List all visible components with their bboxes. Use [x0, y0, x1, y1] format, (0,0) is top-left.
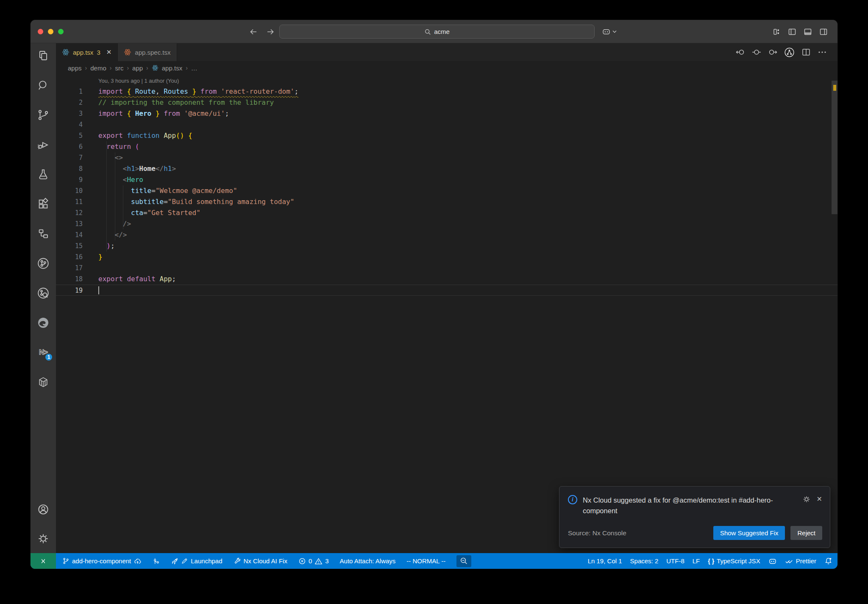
language-mode-status[interactable]: { } TypeScript JSX: [708, 557, 760, 565]
code-line[interactable]: 7 <>: [56, 152, 837, 163]
code-line[interactable]: 15 );: [56, 240, 837, 252]
indentation-status[interactable]: Spaces: 2: [630, 557, 659, 565]
breadcrumb-item[interactable]: app: [132, 64, 143, 72]
close-tab-icon[interactable]: ✕: [106, 48, 112, 56]
editor-group: app.tsx 3 ✕ app.spec.tsx: [56, 43, 837, 553]
gitlens-icon[interactable]: [33, 254, 53, 273]
line-number: 18: [56, 274, 83, 285]
run-debug-icon[interactable]: [33, 135, 53, 154]
open-changes-icon[interactable]: [751, 47, 762, 57]
errors-icon: [298, 557, 306, 565]
toggle-secondary-sidebar-icon[interactable]: [819, 27, 828, 36]
breadcrumb-ellipsis[interactable]: …: [191, 64, 198, 72]
code-line[interactable]: 9 <Hero: [56, 174, 837, 185]
tab-app-tsx[interactable]: app.tsx 3 ✕: [56, 43, 118, 61]
encoding-status[interactable]: UTF-8: [666, 557, 684, 565]
code-line[interactable]: 16}: [56, 252, 837, 263]
chevron-down-icon: [612, 30, 617, 33]
search-view-icon[interactable]: [33, 76, 53, 95]
copilot-icon: [768, 557, 777, 565]
extensions-icon[interactable]: [33, 194, 53, 214]
customize-layout-icon[interactable]: [772, 27, 781, 36]
copilot-status[interactable]: [768, 557, 777, 565]
previous-change-icon[interactable]: [735, 47, 746, 57]
cursor-position-status[interactable]: Ln 19, Col 1: [588, 557, 622, 565]
breadcrumb-item[interactable]: src: [115, 64, 123, 72]
editor-scrollbar[interactable]: [832, 75, 837, 553]
code-line[interactable]: 6 return (: [56, 141, 837, 152]
line-number: 17: [56, 263, 83, 274]
text-cursor: [98, 286, 99, 294]
zoom-out-status[interactable]: [456, 555, 471, 567]
problems-status[interactable]: 0 3: [298, 557, 329, 565]
minimize-window-button[interactable]: [48, 29, 53, 34]
commit-graph-status[interactable]: [153, 557, 160, 565]
cube-view-icon[interactable]: [33, 372, 53, 392]
breadcrumb-item[interactable]: apps: [68, 64, 82, 72]
more-actions-icon[interactable]: [817, 47, 827, 57]
codelens-blame[interactable]: You, 3 hours ago | 1 author (You): [56, 75, 837, 86]
cloud-upload-icon: [134, 557, 142, 565]
line-number: 16: [56, 252, 83, 263]
auto-attach-status[interactable]: Auto Attach: Always: [340, 557, 396, 565]
explorer-icon[interactable]: [33, 46, 53, 65]
code-line[interactable]: 13 />: [56, 218, 837, 229]
breadcrumb-item[interactable]: demo: [90, 64, 106, 72]
code-line[interactable]: 18export default App;: [56, 274, 837, 285]
formatter-status[interactable]: Prettier: [785, 557, 816, 565]
notifications-bell[interactable]: [824, 557, 832, 565]
code-line[interactable]: 10 title="Welcmoe @acme/demo": [56, 185, 837, 196]
nx-graph-icon[interactable]: [784, 47, 795, 58]
remote-indicator[interactable]: [31, 553, 56, 569]
notification-close-icon[interactable]: ✕: [817, 495, 822, 517]
code-line[interactable]: 5export function App() {: [56, 130, 837, 141]
toggle-primary-sidebar-icon[interactable]: [787, 27, 797, 36]
edge-devtools-icon[interactable]: [33, 313, 53, 333]
code-line[interactable]: 17: [56, 263, 837, 274]
close-window-button[interactable]: [38, 29, 43, 34]
scrollbar-thumb[interactable]: [832, 81, 837, 214]
code-line[interactable]: 12 cta="Get Started": [56, 207, 837, 218]
testing-icon[interactable]: [33, 165, 53, 184]
tab-problems-badge: 3: [97, 49, 100, 56]
notification-settings-gear-icon[interactable]: [802, 495, 811, 517]
vim-mode-status[interactable]: -- NORMAL --: [406, 557, 445, 565]
nx-console-icon[interactable]: N> 1: [33, 343, 53, 362]
code-line[interactable]: 14 </>: [56, 229, 837, 240]
copilot-menu[interactable]: [602, 20, 617, 43]
settings-gear-icon[interactable]: [33, 529, 53, 548]
code-line[interactable]: 3import { Hero } from '@acme/ui';: [56, 108, 837, 119]
nx-cloud-fix-status[interactable]: Nx Cloud AI Fix: [234, 557, 287, 565]
accounts-icon[interactable]: [33, 500, 53, 519]
command-center-search[interactable]: acme: [279, 25, 595, 39]
code-line[interactable]: 1import { Route, Routes } from 'react-ro…: [56, 86, 837, 97]
code-line[interactable]: 19: [56, 285, 837, 296]
bell-icon: [824, 557, 832, 565]
activity-bar: N> 1: [31, 43, 56, 553]
code-line[interactable]: 4: [56, 119, 837, 130]
navigate-forward-icon[interactable]: [266, 28, 275, 36]
breadcrumb-item[interactable]: app.tsx: [162, 64, 182, 72]
eol-status[interactable]: LF: [693, 557, 700, 565]
git-branch-status[interactable]: add-hero-component: [62, 557, 142, 565]
gitlens-inspect-icon[interactable]: [33, 283, 53, 303]
code-line[interactable]: 2// importing the component from the lib…: [56, 97, 837, 108]
maximize-window-button[interactable]: [58, 29, 64, 34]
references-view-icon[interactable]: [33, 224, 53, 243]
line-number: 13: [56, 218, 83, 229]
reject-button[interactable]: Reject: [790, 526, 822, 540]
source-control-icon[interactable]: [33, 105, 53, 125]
code-line[interactable]: 11 subtitle="Build something amazing tod…: [56, 196, 837, 207]
tab-app-spec-tsx[interactable]: app.spec.tsx: [118, 43, 177, 61]
toggle-panel-icon[interactable]: [803, 27, 812, 36]
line-number: 3: [56, 108, 83, 119]
status-bar: add-hero-component Launchpad Nx Cloud AI…: [31, 553, 837, 569]
code-line[interactable]: 8 <h1>Home</h1>: [56, 163, 837, 174]
error-count: 0: [309, 557, 312, 565]
launchpad-status[interactable]: Launchpad: [171, 557, 222, 565]
breadcrumb-separator: ›: [110, 64, 112, 71]
show-suggested-fix-button[interactable]: Show Suggested Fix: [713, 526, 785, 540]
next-change-icon[interactable]: [768, 47, 778, 57]
split-editor-icon[interactable]: [801, 47, 811, 57]
navigate-back-icon[interactable]: [249, 28, 258, 36]
